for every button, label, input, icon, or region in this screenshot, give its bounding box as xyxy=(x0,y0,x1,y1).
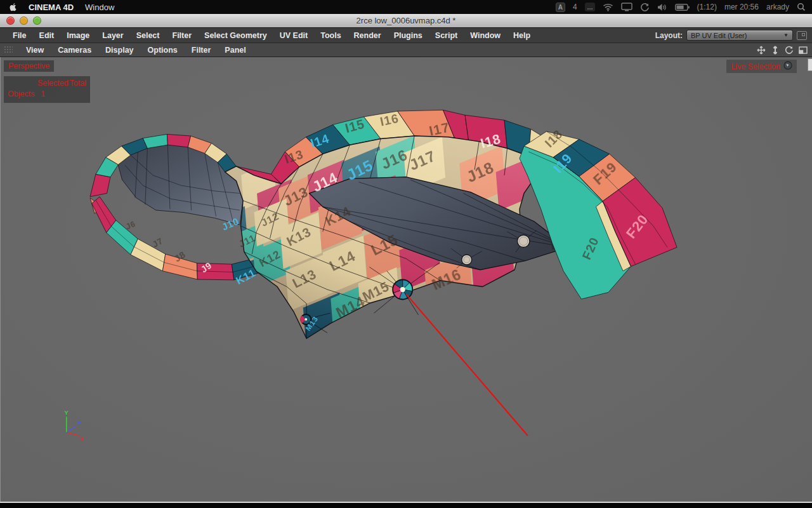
menu-edit[interactable]: Edit xyxy=(33,31,61,40)
hud-stats: Selected Total Objects 1 xyxy=(4,76,90,103)
axis-z xyxy=(67,426,75,432)
menu-tools[interactable]: Tools xyxy=(314,31,347,40)
axis-label: X xyxy=(80,435,84,442)
menu-uv-edit[interactable]: UV Edit xyxy=(273,31,314,40)
vpmenu-view[interactable]: View xyxy=(19,46,51,55)
chevron-down-icon: ▼ xyxy=(783,32,789,38)
display-icon[interactable] xyxy=(621,3,632,11)
layout-label: Layout: xyxy=(655,31,683,40)
panel-edge-tab[interactable] xyxy=(808,58,812,71)
hud-header-total: Total xyxy=(70,78,86,89)
axis-label: Y xyxy=(64,409,69,416)
right-strap xyxy=(520,131,677,299)
input-source-count: 4 xyxy=(573,3,577,11)
menu-select-geometry[interactable]: Select Geometry xyxy=(198,31,273,40)
layout-window-icon[interactable] xyxy=(797,31,807,40)
hud-header-selected: Selected xyxy=(37,78,70,89)
screen: CINEMA 4D Window A 4 (1:12) xyxy=(0,0,812,508)
sync-icon[interactable] xyxy=(640,3,650,12)
volume-icon[interactable] xyxy=(657,3,667,11)
wifi-icon[interactable] xyxy=(603,3,613,11)
apple-menu-icon[interactable] xyxy=(9,3,17,12)
vpmenu-display[interactable]: Display xyxy=(98,46,140,55)
screen-bottom-bar xyxy=(0,503,812,508)
app-status-icon[interactable] xyxy=(585,3,595,11)
view-mode-label[interactable]: Perspective xyxy=(4,60,54,72)
toggle-panel-icon[interactable] xyxy=(798,45,808,55)
menu-help[interactable]: Help xyxy=(507,31,537,40)
axis-x xyxy=(67,432,80,436)
menu-select[interactable]: Select xyxy=(130,31,166,40)
input-source-icon[interactable]: A xyxy=(556,3,565,12)
viewport-toolbar: ViewCamerasDisplayOptionsFilterPanel xyxy=(0,43,812,57)
menu-window[interactable]: Window xyxy=(464,31,507,40)
hud-row-label: Objects xyxy=(8,89,41,100)
hud-row-selected: 1 xyxy=(41,89,76,100)
window-titlebar[interactable]: 2rce low_0006uvmap.c4d * xyxy=(0,14,812,28)
model-3d-view[interactable]: I13I14I15I16I17I18J13J14J15J16J17J18J10J… xyxy=(0,57,812,502)
macos-menubar: CINEMA 4D Window A 4 (1:12) xyxy=(0,0,812,14)
menu-file[interactable]: File xyxy=(6,31,33,40)
menubar-clock[interactable]: mer 20:56 xyxy=(724,3,759,11)
rotate-view-icon[interactable] xyxy=(784,45,794,55)
app-menubar: FileEditImageLayerSelectFilterSelect Geo… xyxy=(0,28,812,43)
close-button[interactable] xyxy=(6,17,15,25)
minimize-button[interactable] xyxy=(20,17,28,25)
vpmenu-cameras[interactable]: Cameras xyxy=(51,46,98,55)
mesh-face xyxy=(167,134,190,147)
menu-plugins[interactable]: Plugins xyxy=(388,31,429,40)
toolbar-grip-handle[interactable] xyxy=(4,46,13,54)
menu-image[interactable]: Image xyxy=(60,31,96,40)
battery-time: (1:12) xyxy=(697,3,717,11)
menubar-user[interactable]: arkady xyxy=(766,3,789,11)
zoom-view-icon[interactable] xyxy=(770,45,780,55)
viewport-menu-items: ViewCamerasDisplayOptionsFilterPanel xyxy=(13,46,253,55)
menu-filter[interactable]: Filter xyxy=(166,31,199,40)
traffic-lights xyxy=(6,17,41,25)
wing-disc xyxy=(462,255,472,265)
menu-script[interactable]: Script xyxy=(429,31,464,40)
app-menu-items: FileEditImageLayerSelectFilterSelect Geo… xyxy=(0,31,537,40)
active-tool-label: Live Selection xyxy=(726,60,797,73)
vpmenu-panel[interactable]: Panel xyxy=(218,46,252,55)
axis-label: Z xyxy=(77,420,81,427)
menu-layer[interactable]: Layer xyxy=(96,31,129,40)
vpmenu-options[interactable]: Options xyxy=(141,46,185,55)
live-selection-icon[interactable] xyxy=(783,61,792,72)
mesh-face xyxy=(90,174,110,196)
spotlight-icon[interactable] xyxy=(797,3,806,11)
viewport-canvas[interactable]: I13I14I15I16I17I18J13J14J15J16J17J18J10J… xyxy=(0,57,812,502)
selection-normal-line xyxy=(407,295,528,436)
menubar-window-menu[interactable]: Window xyxy=(85,3,114,12)
pan-view-icon[interactable] xyxy=(756,45,766,55)
window-title: 2rce low_0006uvmap.c4d * xyxy=(0,16,812,25)
vpmenu-filter[interactable]: Filter xyxy=(185,46,218,55)
layout-dropdown[interactable]: BP UV Edit (User) ▼ xyxy=(686,30,793,41)
menu-render[interactable]: Render xyxy=(348,31,388,40)
menubar-app-name[interactable]: CINEMA 4D xyxy=(29,3,74,12)
zoom-button[interactable] xyxy=(33,17,41,25)
battery-icon[interactable] xyxy=(675,4,690,11)
axis-gizmo: YZX xyxy=(64,409,84,443)
